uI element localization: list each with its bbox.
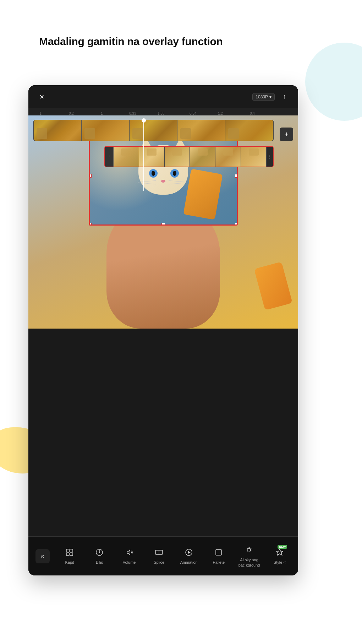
svg-point-17 bbox=[247, 551, 248, 552]
toolbar-item-animation[interactable]: Animation bbox=[177, 544, 201, 568]
resolution-arrow: ▾ bbox=[269, 94, 272, 99]
svg-point-16 bbox=[249, 547, 250, 548]
toolbar-item-pallete[interactable]: Pallete bbox=[207, 544, 230, 568]
overlay-thumbnail-5 bbox=[215, 147, 241, 167]
svg-marker-11 bbox=[188, 551, 191, 554]
ai-sky-icon bbox=[244, 545, 254, 555]
splice-icon bbox=[154, 547, 164, 558]
playhead bbox=[143, 120, 144, 191]
ruler-mark: 1:58 bbox=[158, 112, 164, 115]
toolbar-item-volume[interactable]: Volume bbox=[118, 544, 141, 568]
ruler-mark: 1 bbox=[101, 112, 103, 115]
toolbar-item-kapit[interactable]: Kapit bbox=[58, 544, 81, 568]
toolbar-item-ai-sky[interactable]: AI sky ang bac kground bbox=[237, 542, 262, 570]
overlay-track-end-handle[interactable]: ⋮ bbox=[267, 147, 273, 167]
decorative-circle bbox=[305, 43, 362, 121]
splice-label: Splice bbox=[154, 560, 164, 565]
header-right-controls: 1080P ▾ ↑ bbox=[252, 91, 290, 103]
ruler-mark: 1:2 bbox=[218, 112, 223, 115]
resize-handle-bottomleft[interactable] bbox=[89, 223, 92, 226]
overlay-thumbnail-3 bbox=[165, 147, 190, 167]
track-thumbnail-4 bbox=[177, 120, 225, 141]
ruler-mark: 0:34 bbox=[190, 112, 196, 115]
resize-handle-bottommid[interactable] bbox=[161, 223, 165, 226]
volume-label: Volume bbox=[123, 560, 136, 565]
svg-point-14 bbox=[247, 548, 248, 550]
style-new-badge: NEW bbox=[278, 545, 287, 549]
main-track-row bbox=[33, 120, 293, 144]
ruler-mark: -1 bbox=[38, 112, 42, 115]
overlay-video-track[interactable]: ⋮ ⋮ bbox=[104, 146, 274, 167]
overlay-thumbnail-1 bbox=[114, 147, 139, 167]
svg-rect-2 bbox=[66, 553, 69, 556]
svg-rect-1 bbox=[70, 549, 73, 552]
page-title: Madaling gamitin na overlay function bbox=[39, 36, 223, 48]
overlay-thumbnail-2 bbox=[139, 147, 165, 167]
sleeve-illustration bbox=[254, 262, 292, 310]
overlay-thumbnail-4 bbox=[190, 147, 215, 167]
app-frame: × 1080P ▾ ↑ bbox=[28, 85, 298, 575]
close-button[interactable]: × bbox=[36, 91, 48, 103]
bilis-label: Bilis bbox=[96, 560, 103, 565]
svg-rect-0 bbox=[66, 549, 69, 552]
playhead-head bbox=[142, 118, 146, 123]
svg-marker-7 bbox=[127, 550, 130, 555]
animation-icon bbox=[183, 547, 194, 558]
back-button[interactable]: « bbox=[35, 549, 50, 563]
resolution-value: 1080P bbox=[256, 94, 268, 99]
pallete-icon bbox=[213, 547, 224, 558]
svg-point-18 bbox=[251, 551, 252, 552]
toolbar-item-style[interactable]: NEW Style < bbox=[268, 544, 291, 568]
back-icon: « bbox=[40, 552, 44, 560]
overlay-track-start-handle[interactable]: ⋮ bbox=[105, 147, 114, 167]
toolbar-item-bilis[interactable]: Bilis bbox=[88, 544, 111, 568]
add-icon: + bbox=[284, 130, 289, 139]
style-icon: NEW bbox=[274, 547, 285, 558]
ruler-mark: 0:33 bbox=[129, 112, 136, 115]
svg-point-13 bbox=[248, 548, 251, 551]
track-thumbnail-1 bbox=[34, 120, 82, 141]
tracks-container: + ⋮ bbox=[28, 120, 298, 191]
toolbar-item-splice[interactable]: Splice bbox=[148, 544, 171, 568]
main-video-track[interactable] bbox=[33, 120, 274, 141]
track-thumbnail-2 bbox=[82, 120, 130, 141]
resolution-selector[interactable]: 1080P ▾ bbox=[252, 93, 275, 101]
track-thumbnail-5 bbox=[225, 120, 273, 141]
export-button[interactable]: ↑ bbox=[279, 91, 290, 103]
svg-rect-3 bbox=[70, 553, 73, 556]
overlay-thumbnail-6 bbox=[241, 147, 267, 167]
kapit-label: Kapit bbox=[65, 560, 74, 565]
pallete-label: Pallete bbox=[213, 560, 225, 565]
drag-icon: ⋮ bbox=[267, 154, 272, 159]
svg-point-15 bbox=[251, 548, 252, 550]
ai-sky-label: AI sky ang bac kground bbox=[238, 557, 260, 568]
ruler-mark: 0:2 bbox=[69, 112, 74, 115]
add-media-button[interactable]: + bbox=[280, 128, 293, 141]
kapit-icon bbox=[64, 547, 75, 558]
animation-label: Animation bbox=[180, 560, 198, 565]
ruler-mark: 0:4 bbox=[250, 112, 255, 115]
bilis-icon bbox=[94, 547, 105, 558]
volume-icon bbox=[124, 547, 135, 558]
bottom-toolbar: « Kapit Bilis bbox=[28, 536, 298, 575]
style-label: Style < bbox=[274, 560, 286, 565]
track-thumbnail-3 bbox=[130, 120, 177, 141]
overlay-track-row: ⋮ ⋮ bbox=[104, 146, 274, 167]
header-bar: × 1080P ▾ ↑ bbox=[28, 85, 298, 108]
svg-rect-12 bbox=[216, 550, 221, 555]
resize-handle-bottomright[interactable] bbox=[235, 223, 238, 226]
